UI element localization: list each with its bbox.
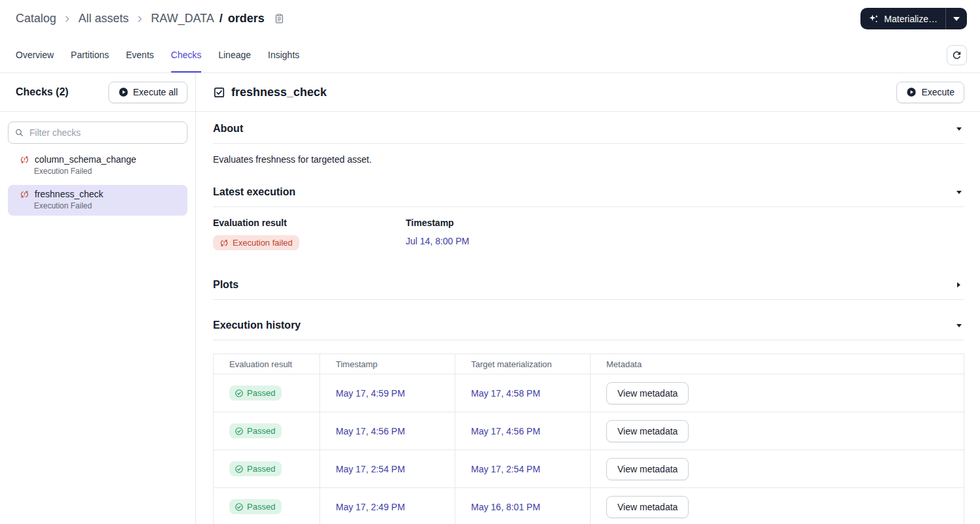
check-list: column_schema_change Execution Failed fr… [0, 150, 195, 216]
evaluation-result-field: Evaluation result Execution failed [213, 218, 406, 250]
latest-timestamp-link[interactable]: Jul 14, 8:00 PM [406, 236, 469, 246]
passed-badge-label: Passed [247, 388, 275, 398]
target-materialization-link[interactable]: May 16, 8:01 PM [471, 502, 540, 512]
timestamp-label: Timestamp [406, 218, 469, 228]
passed-badge-label: Passed [247, 464, 275, 474]
plots-title: Plots [213, 279, 238, 291]
execution-failed-icon [20, 189, 29, 199]
chevron-right-icon [135, 14, 144, 24]
execution-timestamp-link[interactable]: May 17, 4:59 PM [336, 388, 405, 399]
latest-execution-title: Latest execution [213, 186, 295, 198]
about-section-header[interactable]: About [213, 112, 964, 144]
asset-checks-page: Catalog All assets RAW_DATA / orders [0, 0, 980, 524]
target-materialization-link[interactable]: May 17, 4:58 PM [471, 388, 540, 399]
check-list-item-freshness-check[interactable]: freshness_check Execution Failed [8, 185, 188, 216]
view-metadata-button[interactable]: View metadata [606, 420, 689, 442]
caret-down-icon[interactable] [956, 127, 962, 131]
check-circle-icon [235, 427, 244, 436]
execution-history-title: Execution history [213, 319, 301, 331]
about-title: About [213, 123, 243, 135]
caret-down-icon[interactable] [956, 191, 962, 194]
check-item-row: freshness_check [20, 189, 181, 199]
execute-button[interactable]: Execute [896, 82, 964, 103]
execute-label: Execute [921, 87, 955, 97]
top-bar: Catalog All assets RAW_DATA / orders [0, 0, 980, 37]
execute-all-label: Execute all [133, 87, 178, 97]
table-row: Passed May 17, 4:56 PM May 17, 4:56 PM V… [214, 412, 964, 450]
checks-count-title: Checks (2) [16, 86, 69, 98]
passed-badge-label: Passed [247, 502, 275, 512]
materialize-dropdown-button[interactable] [946, 8, 967, 29]
asset-key-name[interactable]: orders [228, 12, 265, 25]
breadcrumb-catalog[interactable]: Catalog [16, 12, 56, 25]
copy-asset-key-icon[interactable] [274, 12, 285, 25]
materialize-split-button: Materialize… [860, 8, 967, 29]
check-name: freshness_check [35, 189, 103, 199]
refresh-button[interactable] [947, 45, 967, 65]
breadcrumb: Catalog All assets RAW_DATA / orders [16, 12, 285, 25]
col-header-evaluation-result: Evaluation result [214, 354, 320, 374]
execute-all-button[interactable]: Execute all [108, 82, 188, 103]
tab-overview[interactable]: Overview [16, 37, 54, 73]
filter-checks-input[interactable] [8, 122, 188, 144]
execution-failed-badge: Execution failed [213, 235, 299, 250]
plots-section-header[interactable]: Plots [213, 266, 964, 300]
execution-failed-icon [220, 238, 229, 248]
about-description: Evaluates freshness for targeted asset. [213, 144, 964, 171]
execution-failed-badge-label: Execution failed [233, 238, 293, 248]
sparkle-icon [868, 13, 879, 24]
target-materialization-link[interactable]: May 17, 4:56 PM [471, 426, 540, 436]
timestamp-field: Timestamp Jul 14, 8:00 PM [406, 218, 469, 250]
latest-execution-fields: Evaluation result Execution failed Times… [213, 207, 964, 266]
check-circle-icon [235, 502, 244, 512]
passed-badge: Passed [229, 385, 282, 401]
execution-timestamp-link[interactable]: May 17, 2:54 PM [336, 464, 405, 474]
check-detail-panel: freshness_check Execute About Evaluates … [196, 73, 980, 524]
asset-tabs-bar: Overview Partitions Events Checks Lineag… [0, 37, 980, 73]
passed-badge-label: Passed [247, 426, 275, 436]
caret-right-icon[interactable] [957, 282, 960, 287]
execution-history-table: Evaluation result Timestamp Target mater… [213, 353, 964, 524]
check-title: freshness_check [231, 86, 327, 99]
breadcrumb-all-assets[interactable]: All assets [78, 12, 129, 25]
check-circle-icon [235, 389, 244, 398]
table-row: Passed May 17, 4:59 PM May 17, 4:58 PM V… [214, 374, 964, 412]
asset-key: RAW_DATA / orders [151, 12, 265, 25]
execution-timestamp-link[interactable]: May 17, 2:49 PM [336, 502, 405, 512]
execution-history-section-header[interactable]: Execution history [213, 300, 964, 340]
tab-partitions[interactable]: Partitions [71, 37, 108, 73]
col-header-timestamp: Timestamp [320, 354, 455, 374]
tab-insights[interactable]: Insights [268, 37, 299, 73]
filter-checks-field [8, 122, 188, 144]
col-header-target-materialization: Target materialization [455, 354, 591, 374]
target-materialization-link[interactable]: May 17, 2:54 PM [471, 464, 540, 474]
col-header-metadata: Metadata [591, 354, 964, 374]
check-detail-header: freshness_check Execute [196, 73, 980, 112]
view-metadata-button[interactable]: View metadata [606, 496, 689, 518]
passed-badge: Passed [229, 499, 282, 514]
check-detail-content: About Evaluates freshness for targeted a… [196, 112, 980, 524]
play-circle-icon [118, 87, 129, 97]
check-name: column_schema_change [35, 154, 137, 165]
check-status: Execution Failed [34, 201, 181, 210]
tab-events[interactable]: Events [126, 37, 154, 73]
latest-execution-section-header[interactable]: Latest execution [213, 171, 964, 207]
play-circle-icon [906, 87, 917, 97]
tab-checks[interactable]: Checks [171, 37, 202, 73]
passed-badge: Passed [229, 461, 282, 476]
tab-lineage[interactable]: Lineage [218, 37, 251, 73]
check-list-item-column-schema-change[interactable]: column_schema_change Execution Failed [8, 150, 188, 181]
view-metadata-button[interactable]: View metadata [606, 382, 689, 404]
check-circle-icon [235, 465, 244, 474]
search-icon [14, 128, 24, 138]
execution-timestamp-link[interactable]: May 17, 4:56 PM [336, 426, 405, 436]
table-row: Passed May 17, 2:54 PM May 17, 2:54 PM V… [214, 450, 964, 488]
asset-key-prefix[interactable]: RAW_DATA [151, 12, 214, 25]
view-metadata-button[interactable]: View metadata [606, 458, 689, 480]
caret-down-icon[interactable] [956, 324, 962, 327]
checks-sidebar: Checks (2) Execute all [0, 73, 196, 524]
body: Checks (2) Execute all [0, 73, 980, 524]
materialize-button[interactable]: Materialize… [860, 8, 945, 29]
materialize-button-label: Materialize… [884, 14, 938, 24]
execution-failed-icon [20, 155, 29, 165]
